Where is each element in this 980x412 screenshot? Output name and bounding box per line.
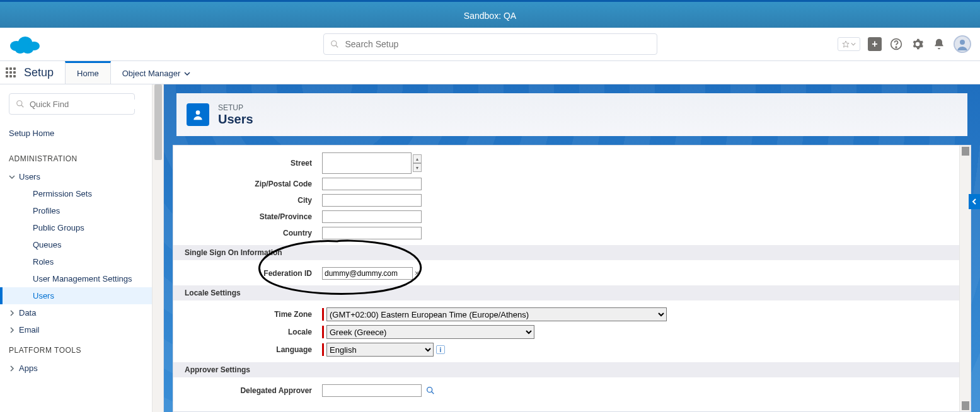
chevron-down-icon (9, 174, 15, 180)
sidebar-item-public-groups[interactable]: Public Groups (9, 219, 152, 236)
chevron-right-icon (9, 365, 15, 372)
tab-object-manager[interactable]: Object Manager (111, 61, 202, 84)
required-indicator (322, 326, 324, 338)
global-actions-button[interactable]: + (868, 37, 882, 51)
clear-icon[interactable]: × (415, 269, 419, 278)
sidebar-item-data[interactable]: Data (9, 304, 152, 321)
sidebar-item-queues[interactable]: Queues (9, 236, 152, 253)
sidebar-item-apps[interactable]: Apps (9, 360, 152, 377)
select-language[interactable]: English (326, 343, 434, 357)
sidebar-item-roles[interactable]: Roles (9, 253, 152, 270)
sidebar-setup-home[interactable]: Setup Home (9, 125, 152, 147)
sidebar-item-permission-sets[interactable]: Permission Sets (9, 185, 152, 202)
svg-point-11 (960, 40, 965, 45)
input-zip[interactable] (322, 178, 422, 190)
sidebar-item-email[interactable]: Email (9, 321, 152, 338)
svg-point-12 (17, 101, 22, 106)
chevron-right-icon (9, 310, 15, 316)
select-locale[interactable]: Greek (Greece) (326, 325, 534, 339)
svg-point-5 (331, 41, 336, 46)
label-timezone: Time Zone (173, 310, 322, 319)
help-icon[interactable] (889, 37, 903, 51)
setup-sidebar: Setup Home ADMINISTRATION Users Permissi… (0, 84, 164, 412)
tab-home[interactable]: Home (65, 61, 111, 84)
header-utility-icons: + (838, 35, 971, 53)
field-street: Street ▴ ▾ (173, 151, 959, 176)
label-delegated-approver: Delegated Approver (173, 386, 322, 395)
app-name: Setup (21, 61, 65, 84)
sidebar-scrollbar[interactable] (152, 84, 163, 412)
section-sso: Single Sign On Information (173, 245, 959, 260)
input-country[interactable] (322, 227, 422, 239)
field-locale: Locale Greek (Greece) (173, 323, 959, 341)
svg-marker-7 (843, 41, 849, 47)
label-language: Language (173, 345, 322, 354)
field-timezone: Time Zone (GMT+02:00) Eastern European T… (173, 306, 959, 323)
sidebar-section-platform-tools: PLATFORM TOOLS (9, 338, 152, 360)
sidebar-item-users[interactable]: Users (0, 287, 152, 304)
textarea-grow-up-icon[interactable]: ▴ (413, 154, 422, 163)
required-indicator (322, 343, 324, 356)
field-language: Language English i (173, 341, 959, 358)
detail-scrollbar[interactable] (959, 146, 971, 411)
sandbox-banner: Sandbox: QA (0, 0, 980, 28)
salesforce-logo (9, 33, 40, 55)
context-bar: Setup Home Object Manager (0, 60, 980, 84)
label-street: Street (173, 159, 322, 168)
sidebar-item-user-mgmt-settings[interactable]: User Management Settings (9, 270, 152, 287)
svg-point-9 (896, 47, 897, 48)
page-title: Users (218, 112, 253, 127)
section-locale: Locale Settings (173, 285, 959, 300)
field-federation-id: Federation ID × (173, 265, 959, 282)
input-street[interactable] (322, 152, 412, 174)
input-state[interactable] (322, 210, 422, 223)
svg-line-6 (335, 45, 338, 48)
field-city: City (173, 192, 959, 209)
field-country: Country (173, 225, 959, 241)
global-search[interactable] (323, 33, 657, 55)
section-approver: Approver Settings (173, 362, 959, 377)
collapse-panel-button[interactable] (969, 194, 980, 209)
svg-line-16 (431, 391, 434, 394)
info-icon[interactable]: i (436, 345, 445, 354)
field-zip: Zip/Postal Code (173, 176, 959, 192)
sidebar-item-profiles[interactable]: Profiles (9, 202, 152, 219)
input-city[interactable] (322, 194, 422, 207)
setup-gear-icon[interactable] (911, 37, 925, 51)
svg-point-4 (15, 46, 25, 54)
required-indicator (322, 308, 324, 321)
quick-find[interactable] (9, 93, 135, 115)
global-header: + (0, 28, 980, 60)
page-header: SETUP Users (176, 93, 967, 136)
breadcrumb: SETUP (218, 103, 253, 112)
sidebar-section-administration: ADMINISTRATION (9, 147, 152, 168)
sidebar-item-users-parent[interactable]: Users (9, 168, 152, 185)
main-content: SETUP Users Street ▴ ▾ (164, 84, 980, 412)
global-search-input[interactable] (345, 39, 650, 49)
search-icon (330, 40, 339, 49)
input-delegated-approver[interactable] (322, 384, 422, 397)
input-federation-id[interactable] (322, 267, 413, 280)
user-icon (187, 103, 209, 126)
label-state: State/Province (173, 212, 322, 221)
app-launcher-button[interactable] (0, 61, 21, 84)
label-country: Country (173, 229, 322, 237)
select-timezone[interactable]: (GMT+02:00) Eastern European Time (Europ… (326, 307, 667, 321)
lookup-icon[interactable] (425, 386, 435, 396)
quick-find-input[interactable] (30, 100, 135, 109)
svg-line-13 (21, 105, 24, 108)
detail-frame: Street ▴ ▾ Zip/Postal Code (173, 145, 971, 412)
chevron-right-icon (9, 327, 15, 333)
user-avatar[interactable] (954, 35, 971, 53)
label-zip: Zip/Postal Code (173, 180, 322, 188)
field-delegated-approver: Delegated Approver (173, 382, 959, 399)
label-locale: Locale (173, 328, 322, 336)
field-state: State/Province (173, 209, 959, 225)
chevron-down-icon (184, 71, 190, 77)
textarea-grow-down-icon[interactable]: ▾ (413, 163, 422, 172)
favorites-button[interactable] (838, 37, 860, 51)
notifications-bell-icon[interactable] (932, 37, 946, 51)
svg-point-14 (196, 110, 200, 115)
label-city: City (173, 196, 322, 205)
label-federation-id: Federation ID (173, 269, 322, 278)
